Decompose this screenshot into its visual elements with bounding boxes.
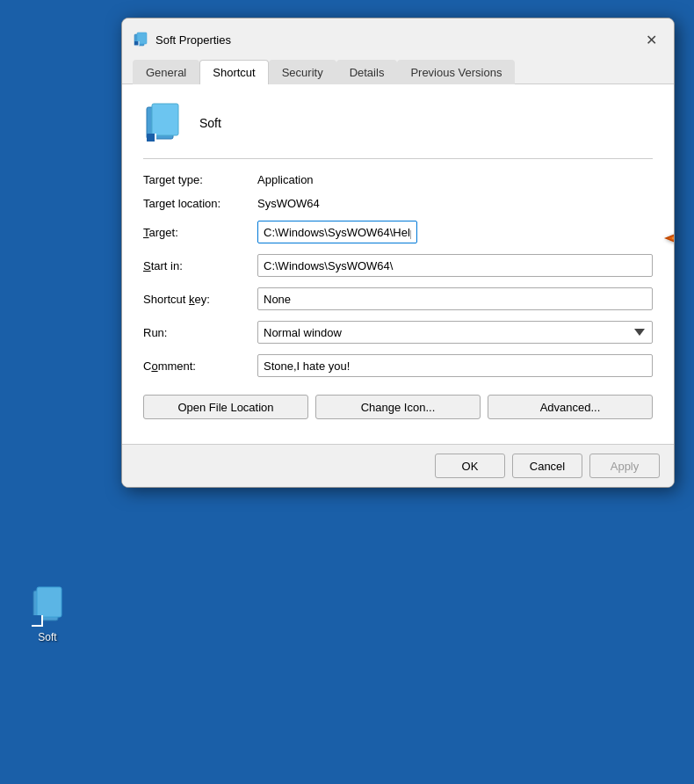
desktop-icon-image: [26, 585, 69, 628]
action-buttons: Open File Location Change Icon... Advanc…: [143, 395, 653, 419]
run-label: Run:: [143, 326, 257, 339]
title-bar-left: Soft Properties: [133, 32, 231, 47]
tab-security[interactable]: Security: [269, 60, 336, 84]
close-button[interactable]: ✕: [639, 27, 663, 52]
shortcut-key-input[interactable]: [257, 287, 653, 310]
comment-label: Comment:: [143, 359, 257, 373]
svg-rect-8: [147, 134, 155, 142]
svg-rect-2: [32, 615, 42, 626]
apply-button[interactable]: Apply: [589, 454, 660, 478]
ok-button[interactable]: OK: [435, 454, 505, 478]
desktop-icon-soft[interactable]: Soft: [26, 585, 69, 643]
shortcut-key-label: Shortcut key:: [143, 293, 257, 306]
dialog-title: Soft Properties: [155, 33, 231, 47]
start-in-label: Start in:: [143, 259, 257, 272]
cancel-button[interactable]: Cancel: [512, 454, 582, 478]
title-icon: [133, 32, 148, 47]
target-location-value: SysWOW64: [257, 197, 320, 210]
desktop-icon-label: Soft: [38, 631, 56, 643]
target-location-label: Target location:: [143, 197, 257, 210]
run-select[interactable]: Normal window Minimized Maximized: [257, 321, 653, 344]
comment-row: Comment:: [143, 354, 653, 377]
shortcut-key-row: Shortcut key:: [143, 287, 653, 310]
target-type-row: Target type: Application: [143, 173, 653, 186]
start-in-row: Start in:: [143, 254, 653, 277]
target-row: Target:: [143, 221, 653, 243]
tab-previous-versions[interactable]: Previous Versions: [397, 60, 515, 84]
app-name: Soft: [199, 116, 221, 130]
svg-rect-7: [152, 104, 178, 135]
advanced-button[interactable]: Advanced...: [488, 395, 653, 419]
target-location-row: Target location: SysWOW64: [143, 197, 653, 210]
app-header: Soft: [143, 102, 653, 159]
change-icon-button[interactable]: Change Icon...: [315, 395, 481, 419]
svg-rect-1: [37, 587, 61, 617]
target-type-label: Target type:: [143, 173, 257, 186]
target-label: Target:: [143, 226, 257, 239]
app-icon-large: [143, 102, 185, 144]
start-in-input[interactable]: [257, 254, 653, 277]
open-file-location-button[interactable]: Open File Location: [143, 395, 308, 419]
dialog-body: Soft Target type: Application Target loc…: [122, 84, 674, 444]
tab-shortcut[interactable]: Shortcut: [199, 60, 268, 84]
arrow-pointer: [653, 212, 675, 265]
run-row: Run: Normal window Minimized Maximized: [143, 321, 653, 344]
properties-dialog: Soft Properties ✕ General Shortcut Secur…: [121, 18, 675, 488]
svg-marker-9: [666, 216, 675, 260]
title-bar: Soft Properties ✕: [122, 18, 674, 52]
comment-input[interactable]: [257, 354, 653, 377]
tab-bar: General Shortcut Security Details Previo…: [122, 52, 674, 84]
tab-general[interactable]: General: [133, 60, 199, 84]
tab-details[interactable]: Details: [336, 60, 398, 84]
svg-rect-5: [134, 41, 139, 46]
dialog-footer: OK Cancel Apply: [122, 444, 674, 487]
target-input-wrap: [257, 221, 653, 243]
target-input[interactable]: [257, 221, 417, 243]
svg-marker-10: [672, 219, 675, 258]
target-type-value: Application: [257, 173, 314, 186]
